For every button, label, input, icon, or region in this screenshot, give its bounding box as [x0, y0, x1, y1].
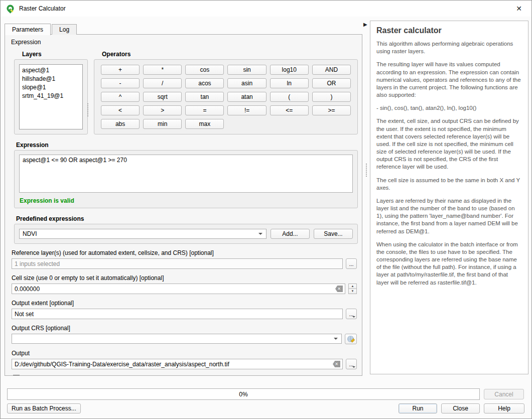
operator-button[interactable]: >= — [312, 105, 351, 115]
layer-item[interactable]: hillshade@1 — [22, 75, 80, 83]
operator-button[interactable]: < — [101, 105, 140, 115]
layers-groupbox: aspect@1 hillshade@1 slope@1 srtm_41_19@… — [14, 59, 88, 134]
help-paragraph: - sin(), cos(), tan(), atan2(), ln(), lo… — [376, 104, 522, 112]
tab-bar: Parameters Log — [5, 23, 78, 35]
tab-parameters[interactable]: Parameters — [5, 24, 51, 35]
output-extent-label: Output extent [optional] — [12, 300, 359, 307]
reference-layers-field[interactable] — [12, 258, 343, 269]
add-expression-button[interactable]: Add... — [271, 229, 310, 239]
predefined-group-title: Predefined expressions — [16, 215, 359, 222]
operator-button[interactable]: cos — [185, 65, 224, 75]
expression-input[interactable]: aspect@1 <= 90 OR aspect@1 >= 270 — [19, 155, 353, 193]
operator-button[interactable]: / — [143, 78, 182, 88]
extent-browse-button[interactable]: ... — [346, 309, 357, 319]
expression-group-title: Expression — [16, 142, 359, 149]
expression-section-label: Expression — [11, 39, 359, 46]
window-title: Raster Calculator — [19, 5, 66, 12]
operator-button[interactable]: sin — [227, 65, 266, 75]
output-extent-field[interactable] — [12, 309, 343, 319]
layers-list[interactable]: aspect@1 hillshade@1 slope@1 srtm_41_19@… — [19, 64, 83, 129]
help-paragraph: The resulting layer will have its values… — [376, 61, 522, 99]
operators-grid: + * cos sin log10 AND - / acos asin ln O… — [101, 65, 351, 129]
cellsize-field[interactable] — [12, 284, 345, 294]
operator-button[interactable]: = — [185, 105, 224, 115]
cellsize-stepper[interactable]: ▲ ▼ — [348, 284, 357, 294]
help-button[interactable]: Help — [484, 403, 524, 413]
cellsize-label: Cell size (use 0 or empty to set it auto… — [12, 274, 359, 282]
operator-button[interactable]: sqrt — [143, 92, 182, 102]
raster-calculator-dialog: { "window": { "title": "Raster Calculato… — [0, 0, 532, 419]
help-paragraph: The extent, cell size, and output CRS ca… — [376, 117, 522, 171]
operator-button[interactable]: min — [143, 119, 182, 129]
help-panel: Raster calculator This algorithm allows … — [370, 21, 528, 374]
predefined-selected-value: NDVI — [23, 230, 37, 237]
operator-button[interactable]: - — [101, 78, 140, 88]
help-paragraph: Layers are referred by their name as dis… — [376, 197, 522, 235]
parameters-pane: Expression Layers aspect@1 hillshade@1 s… — [5, 34, 362, 376]
help-title: Raster calculator — [376, 26, 522, 35]
help-paragraph: This algorithm allows performing algebra… — [376, 40, 522, 55]
operator-button[interactable]: != — [227, 105, 266, 115]
close-button[interactable]: Close — [441, 403, 480, 413]
crs-globe-icon — [347, 335, 355, 343]
operator-button[interactable]: atan — [227, 92, 266, 102]
panel-splitter[interactable] — [366, 164, 367, 177]
run-as-batch-button[interactable]: Run as Batch Process... — [7, 403, 81, 413]
output-crs-select[interactable] — [12, 334, 342, 344]
operator-button[interactable]: <= — [270, 105, 309, 115]
spin-down-icon[interactable]: ▼ — [348, 289, 357, 294]
operator-button[interactable]: tan — [185, 92, 224, 102]
chevron-down-icon — [352, 366, 355, 368]
help-paragraph: When using the calculator in the batch i… — [376, 241, 522, 287]
chevron-down-icon — [352, 316, 355, 318]
title-bar: Raster Calculator ✕ — [1, 1, 531, 17]
operator-button[interactable]: abs — [101, 119, 140, 129]
spin-up-icon[interactable]: ▲ — [348, 284, 357, 289]
chevron-down-icon — [334, 338, 338, 340]
reference-layers-label: Reference layer(s) (used for automated e… — [12, 249, 359, 256]
operator-button[interactable]: AND — [312, 65, 351, 75]
progress-percentage: 0% — [239, 391, 247, 398]
operators-group-title: Operators — [102, 51, 358, 58]
close-icon[interactable]: ✕ — [511, 2, 526, 15]
select-crs-button[interactable] — [345, 334, 357, 344]
operator-button[interactable]: asin — [227, 78, 266, 88]
operator-button[interactable]: acos — [185, 78, 224, 88]
operator-button[interactable]: ) — [312, 92, 351, 102]
operator-button[interactable]: max — [185, 119, 224, 129]
tab-log[interactable]: Log — [52, 24, 77, 35]
chevron-down-icon — [258, 233, 262, 235]
operators-groupbox: + * cos sin log10 AND - / acos asin ln O… — [94, 59, 358, 134]
progress-bar: 0% — [7, 388, 480, 400]
save-expression-button[interactable]: Save... — [314, 229, 353, 239]
operator-button[interactable]: ln — [270, 78, 309, 88]
predefined-expression-select[interactable]: NDVI — [19, 229, 267, 239]
operator-button[interactable]: > — [143, 105, 182, 115]
expression-valid-status: Expression is valid — [20, 197, 353, 204]
layer-item[interactable]: aspect@1 — [22, 66, 80, 75]
collapse-help-arrow-icon[interactable]: ▶ — [363, 22, 367, 27]
layer-item[interactable]: slope@1 — [22, 83, 80, 92]
output-path-field[interactable] — [12, 359, 343, 369]
operator-button[interactable]: * — [143, 65, 182, 75]
qgis-logo-icon — [6, 4, 15, 14]
expression-groupbox: aspect@1 <= 90 OR aspect@1 >= 270 Expres… — [14, 150, 358, 208]
layers-group-title: Layers — [22, 51, 88, 58]
operator-button[interactable]: OR — [312, 78, 351, 88]
layers-operators-splitter[interactable] — [87, 103, 88, 116]
output-crs-label: Output CRS [optional] — [12, 325, 359, 332]
output-label: Output — [12, 350, 359, 357]
cancel-button[interactable]: Cancel — [484, 389, 524, 399]
predefined-groupbox: NDVI Add... Save... — [14, 224, 358, 244]
operator-button[interactable]: log10 — [270, 65, 309, 75]
operator-button[interactable]: ( — [270, 92, 309, 102]
operator-button[interactable]: + — [101, 65, 140, 75]
help-paragraph: The cell size is assumed to be the same … — [376, 177, 522, 192]
run-button[interactable]: Run — [398, 403, 437, 413]
footer: 0% Cancel Run as Batch Process... Run Cl… — [1, 376, 531, 419]
reference-browse-button[interactable]: ... — [346, 258, 357, 269]
output-browse-button[interactable]: ... — [346, 359, 357, 369]
layer-item[interactable]: srtm_41_19@1 — [22, 92, 80, 100]
operator-button[interactable]: ^ — [101, 92, 140, 102]
